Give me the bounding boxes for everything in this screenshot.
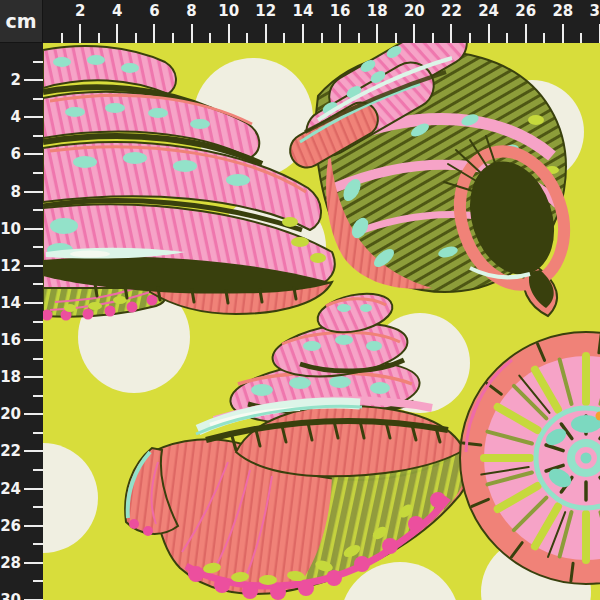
ruler-tick bbox=[339, 24, 341, 43]
ruler-tick bbox=[33, 246, 43, 248]
ruler-tick bbox=[432, 33, 434, 43]
ruler-number: 14 bbox=[0, 294, 21, 312]
ruler-tick bbox=[61, 33, 63, 43]
ruler-tick bbox=[33, 580, 43, 582]
ruler-tick bbox=[33, 432, 43, 434]
ruler-tick bbox=[191, 24, 193, 43]
ruler-tick bbox=[543, 33, 545, 43]
ruler-number: 30 bbox=[0, 591, 21, 600]
ruler-tick bbox=[24, 376, 43, 378]
ruler-tick bbox=[172, 33, 174, 43]
ruler-tick bbox=[33, 283, 43, 285]
ruler-tick bbox=[24, 228, 43, 230]
ruler-number: 24 bbox=[0, 480, 21, 498]
fabric-print bbox=[43, 43, 600, 600]
ruler-tick bbox=[98, 33, 100, 43]
ruler-tick bbox=[24, 562, 43, 564]
ruler-tick bbox=[24, 413, 43, 415]
ruler-tick bbox=[302, 24, 304, 43]
ruler-number: 18 bbox=[367, 2, 388, 20]
ruler-tick bbox=[506, 33, 508, 43]
ruler-tick bbox=[265, 24, 267, 43]
ruler-number: 20 bbox=[0, 405, 21, 423]
ruler-tick bbox=[24, 339, 43, 341]
ruler-number: 2 bbox=[11, 71, 21, 89]
ruler-tick bbox=[33, 209, 43, 211]
ruler-tick bbox=[376, 24, 378, 43]
ruler-number: 22 bbox=[0, 442, 21, 460]
ruler-number: 10 bbox=[218, 2, 239, 20]
ruler-tick bbox=[33, 321, 43, 323]
ruler-tick bbox=[469, 33, 471, 43]
ruler-tick bbox=[33, 172, 43, 174]
ruler-tick bbox=[209, 33, 211, 43]
ruler-tick bbox=[228, 24, 230, 43]
ruler-tick bbox=[33, 61, 43, 63]
ruler-number: 16 bbox=[330, 2, 351, 20]
ruler-tick bbox=[24, 79, 43, 81]
ruler-unit-label: cm bbox=[0, 0, 43, 43]
ruler-tick bbox=[33, 395, 43, 397]
top-ruler: 24681012141618202224262830 bbox=[43, 0, 600, 43]
ruler-tick bbox=[79, 24, 81, 43]
ruler-tick bbox=[33, 469, 43, 471]
ruler-tick bbox=[24, 302, 43, 304]
ruler-number: 30 bbox=[590, 2, 600, 20]
ruler-number: 16 bbox=[0, 331, 21, 349]
ruler-number: 18 bbox=[0, 368, 21, 386]
unit-text: cm bbox=[5, 10, 36, 32]
ruler-tick bbox=[562, 24, 564, 43]
ruler-number: 14 bbox=[292, 2, 313, 20]
ruler-tick bbox=[33, 543, 43, 545]
ruler-number: 26 bbox=[0, 517, 21, 535]
ruler-number: 12 bbox=[0, 257, 21, 275]
ruler-number: 26 bbox=[515, 2, 536, 20]
ruler-number: 12 bbox=[255, 2, 276, 20]
ruler-tick bbox=[24, 191, 43, 193]
ruler-number: 6 bbox=[11, 145, 21, 163]
fabric-swatch-viewer: { "ruler": { "unit_label": "cm", "px_per… bbox=[0, 0, 600, 600]
ruler-number: 2 bbox=[75, 2, 85, 20]
ruler-tick bbox=[580, 33, 582, 43]
ruler-tick bbox=[135, 33, 137, 43]
ruler-number: 20 bbox=[404, 2, 425, 20]
ruler-number: 24 bbox=[478, 2, 499, 20]
ruler-tick bbox=[525, 24, 527, 43]
ruler-tick bbox=[488, 24, 490, 43]
ruler-tick bbox=[33, 135, 43, 137]
ruler-tick bbox=[283, 33, 285, 43]
ruler-number: 22 bbox=[441, 2, 462, 20]
ruler-tick bbox=[153, 24, 155, 43]
ruler-tick bbox=[24, 488, 43, 490]
ruler-number: 28 bbox=[552, 2, 573, 20]
ruler-number: 4 bbox=[112, 2, 122, 20]
ruler-tick bbox=[116, 24, 118, 43]
ruler-tick bbox=[33, 98, 43, 100]
ruler-tick bbox=[24, 153, 43, 155]
fabric-swatch-image bbox=[43, 43, 600, 600]
ruler-number: 8 bbox=[186, 2, 196, 20]
ruler-number: 4 bbox=[11, 108, 21, 126]
ruler-tick bbox=[358, 33, 360, 43]
ruler-tick bbox=[24, 116, 43, 118]
ruler-tick bbox=[395, 33, 397, 43]
ruler-tick bbox=[321, 33, 323, 43]
ruler-tick bbox=[450, 24, 452, 43]
ruler-number: 6 bbox=[149, 2, 159, 20]
ruler-tick bbox=[413, 24, 415, 43]
ruler-number: 10 bbox=[0, 220, 21, 238]
ruler-tick bbox=[246, 33, 248, 43]
ruler-tick bbox=[24, 265, 43, 267]
ruler-tick bbox=[24, 525, 43, 527]
ruler-tick bbox=[33, 506, 43, 508]
ruler-number: 28 bbox=[0, 554, 21, 572]
ruler-tick bbox=[33, 358, 43, 360]
ruler-tick bbox=[24, 450, 43, 452]
ruler-number: 8 bbox=[11, 183, 21, 201]
left-ruler: 24681012141618202224262830 bbox=[0, 43, 43, 600]
